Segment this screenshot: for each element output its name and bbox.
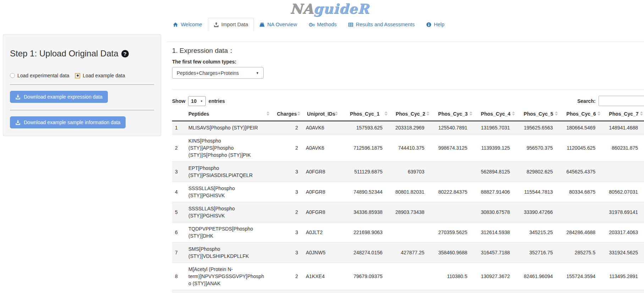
page-length-select[interactable]: 10 ▼ xyxy=(188,96,206,106)
column-header-uniprot_ids[interactable]: Uniprot_IDs xyxy=(302,107,340,121)
tab-results-assessments[interactable]: Results and Assessments xyxy=(342,18,420,31)
val-cell: 30830.67578 xyxy=(474,202,517,222)
column-header-phos_cyc_4[interactable]: Phos_Cyc_4 xyxy=(474,107,517,121)
row-number-cell: 4 xyxy=(172,182,186,202)
radio-label: Load experimental data xyxy=(17,73,69,78)
search-input[interactable] xyxy=(599,96,644,106)
sort-icon xyxy=(555,111,558,116)
sort-icon xyxy=(512,111,515,116)
val-cell: 131965.7031 xyxy=(474,121,517,134)
val-cell: 956570.375 xyxy=(517,134,560,162)
val-cell: 331924.5625 xyxy=(602,243,644,263)
page-length-control: Show 10 ▼ entries xyxy=(172,96,225,106)
column-header-phos_cyc_7[interactable]: Phos_Cyc_7 xyxy=(602,107,644,121)
val-cell: 80334.6875 xyxy=(560,182,602,202)
tab-welcome[interactable]: Welcome xyxy=(167,18,208,31)
val-cell: 113495.2891 xyxy=(602,263,644,290)
val-cell: 316457.7188 xyxy=(474,243,517,263)
pep-cell: SMS[Phospho (STY)]VDLSHIPLKDPLLFK xyxy=(186,243,271,263)
val-cell: 79679.09375 xyxy=(340,263,390,290)
charge-cell: 2 xyxy=(271,202,302,222)
row-number-cell: 3 xyxy=(172,162,186,182)
charge-cell: 2 xyxy=(271,134,302,162)
tab-label: Welcome xyxy=(181,22,202,27)
val-cell: 80562.07031 xyxy=(602,182,644,202)
uni-cell: A0AVK6 xyxy=(302,121,340,134)
val-cell: 998674.3125 xyxy=(431,134,474,162)
uni-cell: A0JLT2 xyxy=(302,222,340,243)
table-body: 1MLISAVS[Phospho (STY)]PEIR2A0AVK6157593… xyxy=(172,121,644,293)
gears-icon: ⚙⚙ xyxy=(308,22,314,27)
upload-icon xyxy=(214,22,219,27)
sort-icon xyxy=(335,111,338,116)
tab-na-overview[interactable]: NA Overview xyxy=(254,18,303,31)
partial-row-cell xyxy=(172,290,644,293)
button-label: Download example sample information data xyxy=(24,120,120,125)
charge-cell: 3 xyxy=(271,222,302,243)
column-header-phos_cyc_3[interactable]: Phos_Cyc_3 xyxy=(431,107,474,121)
home-icon xyxy=(173,22,178,27)
download-sample-info-button[interactable]: Download example sample information data xyxy=(10,116,126,128)
header: NAguideR xyxy=(0,1,644,16)
radio-selected-icon[interactable] xyxy=(75,73,80,78)
charge-cell: 3 xyxy=(271,243,302,263)
val-cell: 427877.25 xyxy=(390,243,431,263)
val-cell: 285275.5 xyxy=(560,243,602,263)
logo-guider: guideR xyxy=(313,1,369,17)
val-cell: 511129.6875 xyxy=(340,162,390,182)
val-cell: 345215.25 xyxy=(517,222,560,243)
tab-help[interactable]: Help xyxy=(420,18,450,31)
binoculars-icon xyxy=(259,22,265,27)
val-cell: 562894.8125 xyxy=(474,162,517,182)
val-cell: 110380.5 xyxy=(431,263,474,290)
val-cell: 130927.3672 xyxy=(474,263,517,290)
val-cell xyxy=(602,162,644,182)
pep-cell: SSSSLLAS[Phospho (STY)]PGHISVK xyxy=(186,182,271,202)
val-cell: 115544.7813 xyxy=(517,182,560,202)
question-circle-icon[interactable]: ? xyxy=(121,50,129,57)
column-header-label: Peptides xyxy=(188,111,209,117)
sidebar-divider xyxy=(10,84,154,85)
tab-label: NA Overview xyxy=(267,22,297,27)
val-cell: 31978.69141 xyxy=(602,202,644,222)
val-cell: 195625.6563 xyxy=(517,121,560,134)
val-cell: 28903.73438 xyxy=(390,202,431,222)
column-header-phos_cyc_6[interactable]: Phos_Cyc_6 xyxy=(560,107,602,121)
radio-load-example[interactable]: Load example data xyxy=(75,73,125,78)
uni-cell: A0AVK6 xyxy=(302,134,340,162)
val-cell: 312614.5938 xyxy=(474,222,517,243)
page-length-value: 10 xyxy=(191,98,197,104)
uni-cell: A0FGR8 xyxy=(302,182,340,202)
sort-icon xyxy=(640,111,643,116)
val-cell: 1120045.625 xyxy=(560,134,602,162)
radio-unselected-icon[interactable] xyxy=(10,73,15,78)
charge-cell: 2 xyxy=(271,121,302,134)
tab-import-data[interactable]: Import Data xyxy=(208,18,254,31)
app-logo: NAguideR xyxy=(290,1,369,16)
column-header-label: Phos_Cyc_1 xyxy=(350,111,379,117)
row-number-cell: 7 xyxy=(172,243,186,263)
val-cell: 80222.84375 xyxy=(431,182,474,202)
uni-cell: A1KXE4 xyxy=(302,263,340,290)
pep-cell: M[Acetyl (Protein N-term)]NPVYSPGSSGVPY[… xyxy=(186,263,271,290)
column-header-phos_cyc_2[interactable]: Phos_Cyc_2 xyxy=(390,107,431,121)
chevron-down-icon: ▼ xyxy=(256,71,259,75)
charge-cell: 2 xyxy=(271,263,302,290)
radio-load-experimental[interactable]: Load experimental data xyxy=(10,73,69,78)
val-cell: 248274.0156 xyxy=(340,243,390,263)
download-icon xyxy=(15,120,21,125)
uni-cell: A0JNW5 xyxy=(302,243,340,263)
column-header-phos_cyc_1[interactable]: Phos_Cyc_1 xyxy=(340,107,390,121)
column-types-label: The first few column types: xyxy=(172,59,236,65)
column-header-charges[interactable]: Charges xyxy=(271,107,302,121)
column-header-phos_cyc_5[interactable]: Phos_Cyc_5 xyxy=(517,107,560,121)
column-types-value: Peptides+Charges+Proteins xyxy=(177,70,239,76)
table-row: 2KINS[Phospho (STY)]APS[Phospho (STY)]S[… xyxy=(172,134,644,162)
val-cell: 157593.625 xyxy=(340,121,390,134)
column-types-select[interactable]: Peptides+Charges+Proteins ▼ xyxy=(172,67,264,79)
tab-methods[interactable]: ⚙⚙ Methods xyxy=(303,18,342,31)
download-expression-button[interactable]: Download example expression data xyxy=(10,91,108,103)
main-top-divider xyxy=(167,42,644,42)
column-header-peptides[interactable]: Peptides xyxy=(186,107,271,121)
info-icon xyxy=(426,22,431,27)
